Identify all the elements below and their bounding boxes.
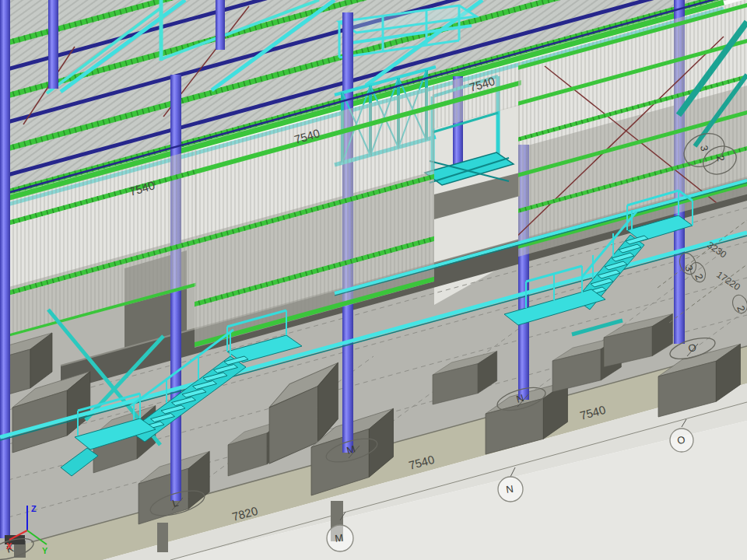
grid-circle-m: M	[334, 532, 344, 544]
axis-z-label: Z	[31, 504, 37, 513]
footing-stem	[157, 523, 168, 552]
axis-x-label: X	[6, 541, 12, 551]
model-viewport[interactable]: K L M N O M N O 3 2 3 2 2 7540 7540 7540…	[0, 0, 747, 560]
axis-y-label: Y	[42, 546, 48, 555]
grid-circle-o: O	[676, 434, 686, 446]
